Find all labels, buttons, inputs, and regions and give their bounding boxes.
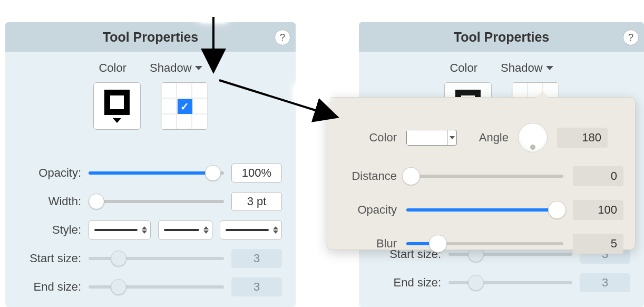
opacity-readout[interactable]: 100 — [573, 200, 623, 220]
help-button[interactable]: ? — [623, 30, 639, 45]
color-swatch-icon — [104, 90, 130, 115]
end-size-readout: 3 — [580, 273, 630, 292]
start-size-label: Start size: — [19, 252, 81, 265]
tab-color[interactable]: Color — [99, 61, 126, 75]
stepper-icon — [142, 226, 147, 234]
panel-header: Tool Properties ? — [359, 22, 644, 52]
opacity-label: Opacity — [339, 203, 397, 217]
properties-panel-left: Tool Properties ? Color Shadow ✓ Opacity… — [5, 22, 296, 307]
shadow-position-grid[interactable]: ✓ — [161, 82, 208, 130]
style-label: Style: — [19, 223, 81, 237]
help-button[interactable]: ? — [275, 30, 290, 45]
style-start-select[interactable] — [89, 220, 151, 239]
popover-row-distance: Distance 0 — [339, 166, 623, 186]
opacity-readout[interactable]: 100% — [231, 164, 282, 183]
row-start-size: Start size: 3 — [5, 249, 296, 268]
stepper-icon — [203, 226, 209, 234]
shadow-popover: Color Angle 180 Distance 0 Opacity 100 B… — [327, 97, 636, 250]
distance-readout[interactable]: 0 — [573, 166, 623, 186]
angle-readout[interactable]: 180 — [557, 128, 608, 148]
width-label: Width: — [19, 195, 81, 208]
help-icon: ? — [628, 32, 633, 43]
end-size-slider[interactable] — [89, 280, 224, 294]
style-end-select[interactable] — [220, 220, 282, 239]
blur-label: Blur — [339, 237, 397, 251]
angle-dial[interactable] — [518, 123, 548, 152]
distance-slider[interactable] — [406, 168, 563, 184]
end-size-label: End size: — [19, 280, 81, 294]
tab-shadow-label: Shadow — [501, 61, 543, 75]
chevron-down-icon — [447, 130, 456, 145]
row-width: Width: 3 pt — [5, 192, 296, 211]
tab-shadow[interactable]: Shadow — [150, 61, 202, 75]
chevron-down-icon — [195, 66, 202, 70]
opacity-slider[interactable] — [406, 202, 563, 218]
row-style: Style: — [5, 220, 296, 239]
blur-slider[interactable] — [406, 236, 563, 252]
callout-highlight-icon — [293, 80, 330, 107]
style-line-select[interactable] — [158, 220, 212, 239]
opacity-slider[interactable] — [89, 166, 224, 180]
blur-readout[interactable]: 5 — [573, 234, 623, 254]
tab-labels: Color Shadow — [359, 61, 644, 75]
end-size-slider[interactable] — [448, 276, 572, 290]
row-opacity: Opacity: 100% — [5, 164, 296, 183]
popover-row-blur: Blur 5 — [339, 234, 623, 254]
panel-title: Tool Properties — [103, 30, 199, 45]
popover-row-color-angle: Color Angle 180 — [339, 123, 623, 152]
tab-shadow-label: Shadow — [150, 61, 192, 75]
start-size-slider[interactable] — [89, 252, 224, 265]
popover-tip-icon — [536, 91, 549, 98]
distance-label: Distance — [339, 169, 397, 183]
end-size-readout: 3 — [231, 277, 282, 296]
panel-header: Tool Properties ? — [5, 22, 296, 52]
tab-shadow[interactable]: Shadow — [501, 61, 553, 75]
opacity-label: Opacity: — [19, 166, 81, 180]
swatch-row: ✓ — [5, 82, 296, 130]
panel-title: Tool Properties — [454, 30, 550, 45]
row-end-size: End size: 3 — [359, 273, 644, 292]
angle-label: Angle — [466, 131, 509, 145]
dial-indicator-icon — [530, 145, 535, 150]
width-slider[interactable] — [89, 195, 224, 208]
width-readout[interactable]: 3 pt — [231, 192, 282, 211]
start-size-readout: 3 — [231, 249, 282, 268]
tab-labels: Color Shadow — [5, 61, 296, 75]
color-label: Color — [339, 131, 397, 145]
tab-color[interactable]: Color — [450, 61, 477, 75]
popover-row-opacity: Opacity 100 — [339, 200, 623, 220]
chevron-down-icon — [546, 66, 553, 70]
check-icon: ✓ — [177, 99, 193, 114]
callout-highlight-icon — [195, 0, 232, 23]
color-picker-button[interactable] — [93, 82, 141, 130]
end-size-label: End size: — [373, 276, 441, 290]
stepper-icon — [273, 226, 278, 234]
row-end-size: End size: 3 — [5, 277, 296, 296]
help-icon: ? — [280, 32, 285, 43]
shadow-color-swatch[interactable] — [406, 130, 457, 146]
chevron-down-icon — [113, 118, 121, 123]
